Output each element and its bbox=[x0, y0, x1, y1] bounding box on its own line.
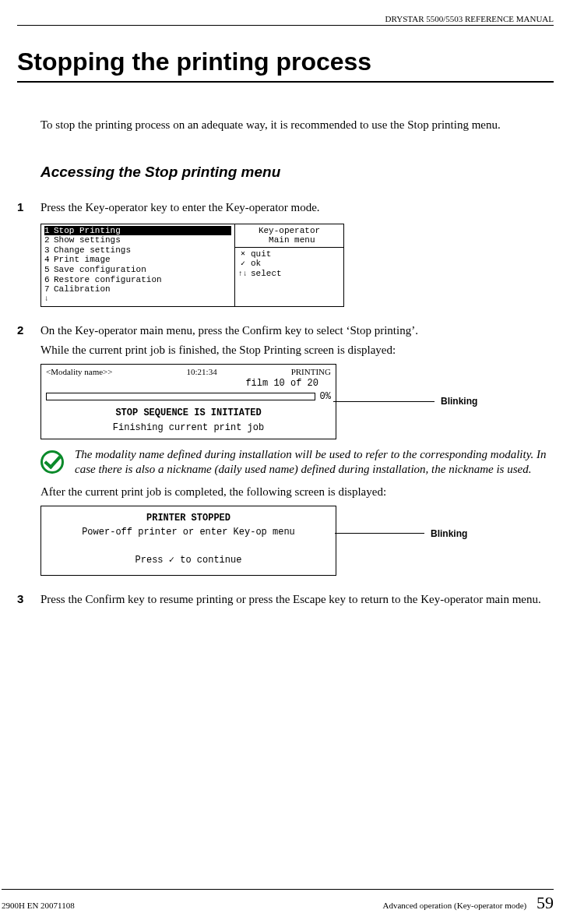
intro-paragraph: To stop the printing process on an adequ… bbox=[40, 117, 554, 132]
step-subtext: While the current print job is finished,… bbox=[40, 342, 554, 358]
x-icon: ✕ bbox=[238, 249, 248, 259]
stop-sequence-text: STOP SEQUENCE IS INITIATED bbox=[46, 407, 331, 419]
lcd-menu-title: Key-operator Main menu bbox=[235, 224, 344, 248]
step-text: Press the Confirm key to resume printing… bbox=[40, 591, 554, 607]
printer-status: PRINTING bbox=[291, 367, 331, 378]
step-number: 3 bbox=[17, 592, 40, 605]
menu-scroll-arrow: ↓ bbox=[44, 294, 231, 304]
menu-item: 4Print image bbox=[44, 255, 231, 265]
menu-item: 6Restore configuration bbox=[44, 275, 231, 285]
step-text: Press the Key-operator key to enter the … bbox=[40, 199, 554, 215]
callout-line bbox=[333, 401, 435, 402]
check-icon: ✓ bbox=[238, 259, 248, 269]
after-note-text: After the current print job is completed… bbox=[40, 484, 554, 499]
progress-bar bbox=[46, 393, 315, 400]
step-3: 3 Press the Confirm key to resume printi… bbox=[17, 591, 554, 607]
title-rule bbox=[17, 81, 554, 83]
page-number: 59 bbox=[537, 893, 554, 912]
press-continue-text: Press ✓ to continue bbox=[46, 553, 331, 567]
page-footer: 2900H EN 20071108 Advanced operation (Ke… bbox=[2, 889, 554, 913]
lcd-stopped-screen: PRINTER STOPPED Power-off printer or ent… bbox=[40, 506, 336, 576]
modality-name: <Modality name>> bbox=[46, 367, 113, 378]
running-header: DRYSTAR 5500/5503 REFERENCE MANUAL bbox=[17, 14, 554, 25]
lcd-key-legend: ✕quit ✓ok ↑↓select bbox=[235, 248, 344, 308]
lcd-stop-screen: <Modality name>> 10:21:34 PRINTING film … bbox=[40, 364, 336, 439]
figure-keyop-menu: 1Stop Printing 2Show settings 3Change se… bbox=[40, 224, 554, 308]
step-number: 2 bbox=[17, 323, 40, 337]
header-rule bbox=[17, 25, 554, 26]
menu-item: 2Show settings bbox=[44, 235, 231, 245]
doc-code: 2900H EN 20071108 bbox=[2, 901, 75, 910]
note-block: The modality name defined during install… bbox=[40, 447, 554, 478]
menu-item-selected: 1Stop Printing bbox=[44, 226, 231, 236]
lcd-menu-right: Key-operator Main menu ✕quit ✓ok ↑↓selec… bbox=[235, 224, 344, 308]
step-text: On the Key-operator main menu, press the… bbox=[40, 323, 554, 338]
film-counter: film 10 of 20 bbox=[46, 378, 331, 390]
checkmark-icon bbox=[40, 450, 64, 474]
callout-blinking: Blinking bbox=[431, 528, 467, 539]
lcd-menu-list: 1Stop Printing 2Show settings 3Change se… bbox=[40, 224, 235, 308]
power-off-text: Power-off printer or enter Key-op menu bbox=[46, 525, 331, 539]
finishing-text: Finishing current print job bbox=[46, 422, 331, 434]
updown-icon: ↑↓ bbox=[238, 270, 248, 279]
figure-stop-sequence: <Modality name>> 10:21:34 PRINTING film … bbox=[40, 364, 554, 439]
step-1: 1 Press the Key-operator key to enter th… bbox=[17, 199, 554, 215]
clock-time: 10:21:34 bbox=[187, 367, 217, 378]
figure-printer-stopped: PRINTER STOPPED Power-off printer or ent… bbox=[40, 506, 554, 576]
section-heading: Accessing the Stop printing menu bbox=[40, 164, 554, 181]
callout-blinking: Blinking bbox=[441, 396, 477, 407]
step-2: 2 On the Key-operator main menu, press t… bbox=[17, 323, 554, 338]
lcd-menu: 1Stop Printing 2Show settings 3Change se… bbox=[40, 224, 352, 308]
step-number: 1 bbox=[17, 200, 40, 213]
menu-item: 7Calibration bbox=[44, 284, 231, 294]
printer-stopped-title: PRINTER STOPPED bbox=[46, 511, 331, 525]
menu-item: 5Save configuration bbox=[44, 265, 231, 275]
progress-percent: 0% bbox=[320, 391, 331, 403]
callout-line bbox=[335, 533, 424, 534]
section-label: Advanced operation (Key-operator mode) bbox=[382, 901, 526, 910]
menu-item: 3Change settings bbox=[44, 245, 231, 256]
note-text: The modality name defined during install… bbox=[75, 447, 554, 478]
page-title: Stopping the printing process bbox=[17, 48, 554, 76]
